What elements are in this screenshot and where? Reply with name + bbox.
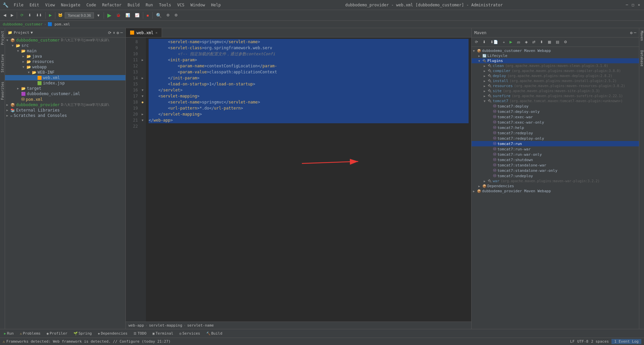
sidebar-project-label[interactable]: Project	[0, 29, 5, 46]
maven-item-t7-run[interactable]: Ⓜ tomcat7:run	[472, 141, 639, 146]
maven-item-surefire[interactable]: ▶ 🔌 surefire (org.apache.maven.plugins:m…	[472, 93, 639, 98]
tab-close-webxml[interactable]: ✕	[156, 31, 158, 34]
maven-item-site[interactable]: ▶ 🔌 site (org.apache.maven.plugins:maven…	[472, 88, 639, 93]
maven-item-provider-root[interactable]: ▶ 📦 dubbodemo_provider Maven Webapp	[472, 189, 639, 194]
close-button[interactable]: ✕	[637, 3, 641, 7]
maven-item-lifecycle[interactable]: ▶ 🔄 Lifecycle	[472, 53, 639, 58]
sync-icon[interactable]: ⟳	[108, 30, 111, 35]
menu-view[interactable]: View	[43, 2, 58, 8]
maven-refresh[interactable]: ⟳	[473, 39, 480, 45]
sidebar-structure-label[interactable]: Structure	[0, 53, 5, 74]
maven-run-goal[interactable]: ▶	[507, 39, 514, 45]
maven-settings-icon[interactable]: ⚙	[630, 30, 633, 35]
maven-dl-docs[interactable]: ⬇📄	[488, 39, 500, 45]
bottom-tab-todo[interactable]: ☰ TODO	[131, 331, 149, 336]
bottom-tab-profiler[interactable]: ◉ Profiler	[44, 331, 70, 336]
encoding-indicator[interactable]: UTF-8	[577, 339, 588, 344]
status-message[interactable]: Frameworks detected: Web framework is de…	[6, 339, 171, 344]
maven-item-t7-exec-war-only[interactable]: Ⓜ tomcat7:exec-war-only	[472, 120, 639, 125]
maven-item-dependencies[interactable]: ▶ 📦 Dependencies	[472, 184, 639, 189]
maven-m[interactable]: m	[515, 40, 522, 45]
maven-item-t7-run-war[interactable]: Ⓜ tomcat7:run-war	[472, 146, 639, 152]
event-log-button[interactable]: 1 Event Log	[611, 339, 641, 344]
maven-item-resources[interactable]: ▶ 🔌 resources (org.apache.maven.plugins:…	[472, 83, 639, 88]
maximize-button[interactable]: □	[631, 3, 635, 7]
maven-item-customer-root[interactable]: ▼ 📦 dubbodemo_customer Maven Webapp	[472, 48, 639, 53]
toolbar-coverage[interactable]: 📊	[123, 12, 132, 18]
tree-item-target[interactable]: ▶ 📂 target	[5, 86, 125, 91]
maven-item-t7-undeploy[interactable]: Ⓜ tomcat7:undeploy	[472, 173, 639, 179]
maven-col3[interactable]: ⚙	[562, 39, 569, 45]
bottom-tab-run[interactable]: ▶ Run	[1, 331, 16, 336]
maven-item-t7-standalone-only[interactable]: Ⓜ tomcat7:standalone-war-only	[472, 168, 639, 173]
bottom-tab-services[interactable]: ◎ Services	[177, 331, 203, 336]
maven-item-war[interactable]: ▶ 🔌 war (org.apache.maven.plugins:maven-…	[472, 179, 639, 184]
sidebar-database-label[interactable]: Database	[639, 49, 644, 68]
maven-minimize-icon[interactable]: ─	[634, 30, 636, 35]
breadcrumb-servlet-mapping[interactable]: servlet-mapping	[149, 323, 182, 328]
maven-item-install[interactable]: ▶ 🔌 install (org.apache.maven.plugins:ma…	[472, 78, 639, 83]
toolbar-search[interactable]: 🔍	[154, 12, 164, 19]
menu-file[interactable]: File	[11, 2, 26, 8]
maven-item-t7-shutdown[interactable]: Ⓜ tomcat7:shutdown	[472, 157, 639, 162]
breadcrumb-project[interactable]: dubbodemo_customer	[3, 22, 43, 26]
tree-item-indexjsp[interactable]: 🟩 index.jsp	[5, 80, 125, 86]
menu-code[interactable]: Code	[84, 2, 99, 8]
menu-edit[interactable]: Edit	[27, 2, 42, 8]
tab-webxml[interactable]: 🟧 web.xml ✕	[126, 28, 162, 37]
tree-item-scratches[interactable]: ▶ ✏ Scratches and Consoles	[5, 113, 125, 118]
bottom-tab-terminal[interactable]: ▣ Terminal	[150, 331, 176, 336]
bottom-tab-spring[interactable]: 🌱 Spring	[71, 331, 95, 336]
menu-run[interactable]: Run	[143, 2, 156, 8]
maven-item-plugins[interactable]: ▼ 🔌 Plugins	[472, 58, 639, 63]
toolbar-stop[interactable]: ■	[145, 13, 151, 18]
toolbar-maven1[interactable]: ⬇	[26, 12, 33, 18]
toolbar-settings[interactable]: ⚙	[164, 12, 172, 18]
toolbar-profile[interactable]: 📈	[133, 12, 142, 18]
tree-item-pomxml[interactable]: Ⓜ pom.xml	[5, 96, 125, 102]
tree-item-webapp[interactable]: ▼ 📂 webapp	[5, 64, 125, 70]
menu-refactor[interactable]: Refactor	[99, 2, 124, 8]
breadcrumb-file[interactable]: 🟦 pom.xml	[48, 22, 70, 26]
maven-item-t7-redeploy[interactable]: Ⓜ tomcat7:redeploy	[472, 130, 639, 136]
toolbar-gear[interactable]: ⚙	[172, 12, 180, 18]
maven-sort[interactable]: ⬍	[538, 39, 545, 45]
bottom-tab-build[interactable]: 🔨 Build	[204, 331, 225, 336]
maven-item-deploy[interactable]: ▶ 🔌 deploy (org.apache.maven.plugins:mav…	[472, 73, 639, 78]
tree-item-webxml[interactable]: 🟧 web.xml	[5, 75, 125, 80]
maven-item-clean[interactable]: ▶ 🔌 clean (org.apache.maven.plugins:mave…	[472, 63, 639, 68]
toolbar-forward[interactable]: ▶	[9, 12, 15, 18]
toolbar-back[interactable]: ◀	[1, 12, 8, 18]
maven-toggle[interactable]: ⇄	[530, 39, 537, 45]
maven-item-t7-deploy-only[interactable]: Ⓜ tomcat7:deploy-only	[472, 109, 639, 114]
sidebar-maven-label[interactable]: Maven	[639, 29, 644, 42]
maven-item-t7-run-war-only[interactable]: Ⓜ tomcat7:run-war-only	[472, 152, 639, 157]
tree-item-provider[interactable]: ▶ 📦 dubbodemo_provider D:\大三下学习java学习\实训…	[5, 102, 125, 108]
tree-item-src[interactable]: ▼ 📂 src	[5, 43, 125, 48]
toolbar-maven2[interactable]: ⬇⬇	[34, 12, 44, 18]
maven-item-t7-redeploy-only[interactable]: Ⓜ tomcat7:redeploy-only	[472, 136, 639, 141]
minimize-panel-icon[interactable]: ─	[120, 30, 123, 35]
maven-show-deps[interactable]: ◈	[523, 39, 530, 45]
tomcat-dropdown[interactable]: Tomcat 9.0.36	[65, 12, 94, 18]
menu-build[interactable]: Build	[125, 2, 142, 8]
tree-item-iml[interactable]: 🟪 dubbodemo_customer.iml	[5, 91, 125, 96]
maven-item-compiler[interactable]: ▶ 🔌 compiler (org.apache.maven.plugins:m…	[472, 68, 639, 73]
toolbar-run-green[interactable]: ▶	[105, 11, 113, 19]
toolbar-debug[interactable]: 🐞	[114, 12, 123, 18]
bottom-tab-problems[interactable]: ⚠ Problems	[17, 331, 43, 336]
maven-col1[interactable]: ▦	[546, 39, 553, 45]
code-area[interactable]: <servlet-name>springmvc</servlet-name> <…	[146, 38, 471, 322]
menu-navigate[interactable]: Navigate	[58, 2, 83, 8]
toolbar-dropdown[interactable]: ▼	[95, 13, 102, 18]
tree-item-root-customer[interactable]: ▼ 📦 dubbodemo_customer D:\大三下学习java学习\实训…	[5, 38, 125, 43]
breadcrumb-webapp[interactable]: web-app	[128, 323, 144, 328]
tree-item-java[interactable]: ▶ 📂 java	[5, 54, 125, 59]
tree-item-webinf[interactable]: ▼ 📂 WEB-INF	[5, 70, 125, 75]
maven-item-t7-deploy[interactable]: Ⓜ tomcat7:deploy	[472, 104, 639, 109]
maven-item-tomcat7[interactable]: ▼ 🔌 tomcat7 (org.apache.tomcat.maven:tom…	[472, 98, 639, 104]
tree-item-main[interactable]: ▼ 📂 main	[5, 48, 125, 54]
dropdown-icon[interactable]: ▼	[31, 30, 33, 35]
toolbar-sync[interactable]: ⟳	[18, 12, 25, 18]
maven-item-t7-standalone[interactable]: Ⓜ tomcat7:standalone-war	[472, 162, 639, 168]
